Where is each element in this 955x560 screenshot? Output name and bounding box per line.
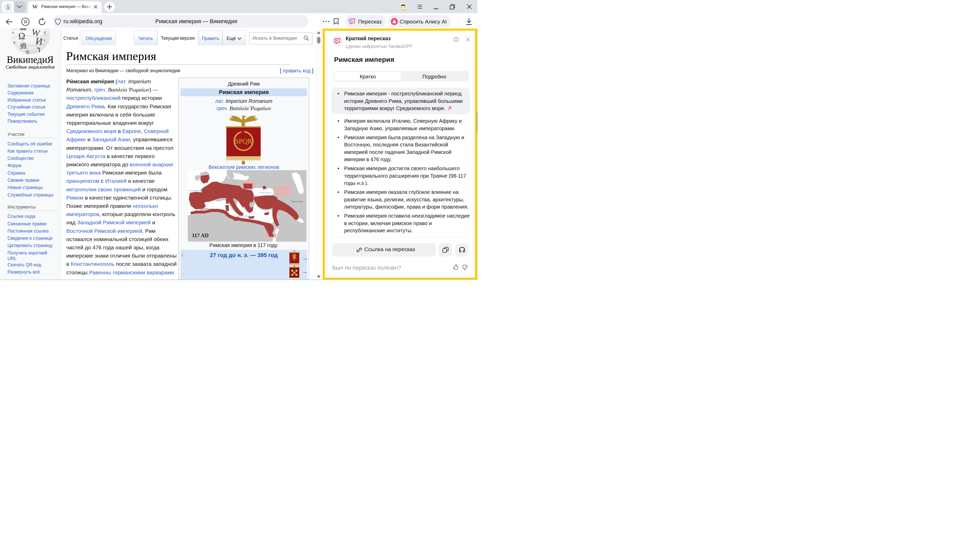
- svg-text:Mare Internum: Mare Internum: [238, 215, 249, 217]
- svg-text:Ω: Ω: [18, 31, 25, 41]
- svg-text:117 AD: 117 AD: [192, 232, 209, 239]
- svg-text:И: И: [35, 35, 43, 47]
- svg-text:Я: Я: [24, 20, 27, 25]
- svg-text:٦: ٦: [36, 46, 41, 54]
- svg-text:Oceanus Atlanticus: Oceanus Atlanticus: [189, 190, 204, 192]
- svg-text:SPQR: SPQR: [235, 137, 252, 145]
- svg-text:Pontus Euxinus: Pontus Euxinus: [260, 192, 271, 193]
- svg-text:ფ: ფ: [25, 49, 30, 54]
- svg-text:Parthian Empire: Parthian Empire: [291, 201, 303, 203]
- svg-text:1: 1: [7, 5, 9, 9]
